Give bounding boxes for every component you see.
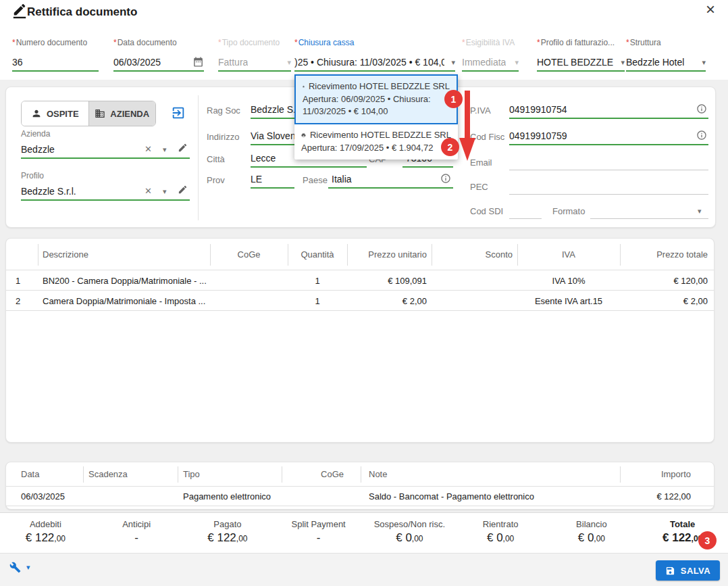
lock-icon <box>303 82 305 91</box>
summary-rientrato: Rientrato € 0,00 <box>455 513 546 553</box>
col-coge: CoGe <box>210 249 288 260</box>
footer-bar: ▾ SALVA <box>0 553 728 586</box>
col-prezzo-unitario: Prezzo unitario <box>347 249 427 260</box>
chevron-down-icon[interactable]: ▾ <box>702 58 706 67</box>
annotation-badge-3: 3 <box>698 531 717 550</box>
summary-sospeso: Sospeso/Non risc. € 0,00 <box>364 513 455 553</box>
tab-ospite[interactable]: OSPITE <box>22 101 88 126</box>
chevron-down-icon: ▾ <box>515 58 519 67</box>
summary-anticipi: Anticipi - <box>91 513 182 553</box>
indirizzo-label: Indirizzo <box>207 132 239 142</box>
col-quantita: Quantità <box>288 249 347 260</box>
citta-label: Città <box>207 154 225 164</box>
info-icon[interactable] <box>696 103 707 114</box>
save-floppy-icon <box>665 566 675 576</box>
edit-pencil-icon[interactable] <box>178 143 188 155</box>
formato-label: Formato <box>552 206 585 216</box>
azienda-label: Azienda <box>21 129 50 139</box>
data-documento-field[interactable]: *Data documento 06/03/2025 <box>113 38 204 72</box>
summary-addebiti: Addebiti € 122,00 <box>0 513 91 553</box>
edit-pencil-icon <box>12 4 27 19</box>
col-note: Note <box>369 469 387 479</box>
edit-pencil-icon[interactable] <box>178 185 188 197</box>
profilo-fatturazione-field[interactable]: *Profilo di fatturazio... HOTEL BEDZZLE … <box>537 38 625 72</box>
building-icon <box>95 108 105 119</box>
profilo-fatturazione-label: *Profilo di fatturazio... <box>537 38 625 47</box>
col-coge: CoGe <box>282 469 344 479</box>
tipo-documento-field: *Tipo documento Fattura ▾ <box>218 38 291 72</box>
summary-bilancio: Bilancio € 0,00 <box>546 513 638 553</box>
totals-summary-bar: Addebiti € 122,00 Anticipi - Pagato € 12… <box>0 512 728 553</box>
person-icon <box>31 108 42 119</box>
data-documento-label: *Data documento <box>113 38 204 47</box>
citta-input[interactable]: Lecce <box>251 153 276 164</box>
col-data: Data <box>21 469 39 479</box>
annotation-badge-1: 1 <box>444 90 463 108</box>
pec-label: PEC <box>470 182 488 192</box>
esigibilita-iva-label: *Esigibilità IVA <box>462 38 519 47</box>
cash-register-icon <box>301 130 306 140</box>
paese-label: Paese <box>303 175 328 185</box>
chevron-down-icon[interactable]: ▾ <box>163 145 167 154</box>
prov-input[interactable]: LE <box>251 174 262 185</box>
chevron-down-icon[interactable]: ▾ <box>163 187 167 196</box>
col-sconto: Sconto <box>432 249 513 260</box>
profilo-input[interactable]: Bedzzle S.r.l. <box>21 186 76 197</box>
info-icon[interactable] <box>440 173 451 184</box>
tipo-documento-label: *Tipo documento <box>218 38 291 47</box>
chiusura-cassa-dropdown: Ricevimento HOTEL BEDZZLE SRL Apertura: … <box>294 74 458 160</box>
rag-soc-label: Rag Soc <box>207 105 240 116</box>
clear-icon[interactable]: ✕ <box>145 186 152 196</box>
azienda-input[interactable]: Bedzzle <box>21 144 55 155</box>
annotation-badge-2: 2 <box>441 138 459 156</box>
summary-split-payment: Split Payment - <box>273 513 364 553</box>
chiusura-cassa-label: *Chiusura cassa <box>294 38 455 47</box>
col-importo: Importo <box>620 469 691 479</box>
close-icon[interactable]: × <box>701 0 720 19</box>
page-title: Rettifica documento <box>27 5 137 19</box>
chevron-down-icon: ▾ <box>287 58 291 67</box>
items-table: Descrizione CoGe Quantità Prezzo unitari… <box>5 238 714 443</box>
dropdown-option[interactable]: Ricevimento HOTEL BEDZZLE SRL Apertura: … <box>294 124 458 160</box>
cod-fisc-input[interactable]: 04919910759 <box>509 130 567 141</box>
calendar-icon[interactable] <box>192 56 204 68</box>
col-prezzo-totale: Prezzo totale <box>620 249 708 260</box>
paese-input[interactable]: Italia <box>332 174 352 185</box>
party-type-toggle: OSPITE AZIENDA <box>21 101 156 126</box>
summary-pagato: Pagato € 122,00 <box>182 513 274 553</box>
struttura-field[interactable]: *Struttura Bedzzle Hotel ▾ <box>626 38 706 72</box>
piva-input[interactable]: 04919910754 <box>509 104 567 115</box>
col-scadenza: Scadenza <box>88 469 128 479</box>
wrench-icon <box>9 562 21 573</box>
esigibilita-iva-field: *Esigibilità IVA Immediata ▾ <box>462 38 519 72</box>
chevron-down-icon: ▾ <box>26 563 30 572</box>
col-descrizione: Descrizione <box>43 249 88 260</box>
struttura-label: *Struttura <box>626 38 706 47</box>
profilo-label: Profilo <box>21 171 44 180</box>
tab-azienda[interactable]: AZIENDA <box>88 101 156 126</box>
detach-company-icon[interactable] <box>171 105 186 120</box>
chiusura-cassa-field[interactable]: *Chiusura cassa )25 • Chiusura: 11/03/20… <box>294 38 455 72</box>
chevron-down-icon[interactable]: ▾ <box>698 207 702 216</box>
prov-label: Prov <box>207 175 225 185</box>
dropdown-option-selected[interactable]: Ricevimento HOTEL BEDZZLE SRL Apertura: … <box>294 74 458 124</box>
chevron-down-icon[interactable]: ▾ <box>621 58 625 67</box>
chevron-down-icon[interactable]: ▾ <box>451 58 455 67</box>
save-button[interactable]: SALVA <box>656 560 720 581</box>
summary-totale: Totale € 122,00 <box>637 513 728 553</box>
cod-sdi-label: Cod SDI <box>470 206 503 216</box>
col-iva: IVA <box>517 249 620 260</box>
numero-documento-field[interactable]: *Numero documento 36 <box>12 38 99 72</box>
payments-table: Data Scadenza Tipo CoGe Note Importo 06/… <box>5 462 714 510</box>
vertical-divider <box>198 95 199 220</box>
info-icon[interactable] <box>696 130 707 141</box>
tools-menu-button[interactable]: ▾ <box>9 562 30 573</box>
col-tipo: Tipo <box>183 469 200 479</box>
numero-documento-label: *Numero documento <box>12 38 99 47</box>
clear-icon[interactable]: ✕ <box>145 144 152 154</box>
